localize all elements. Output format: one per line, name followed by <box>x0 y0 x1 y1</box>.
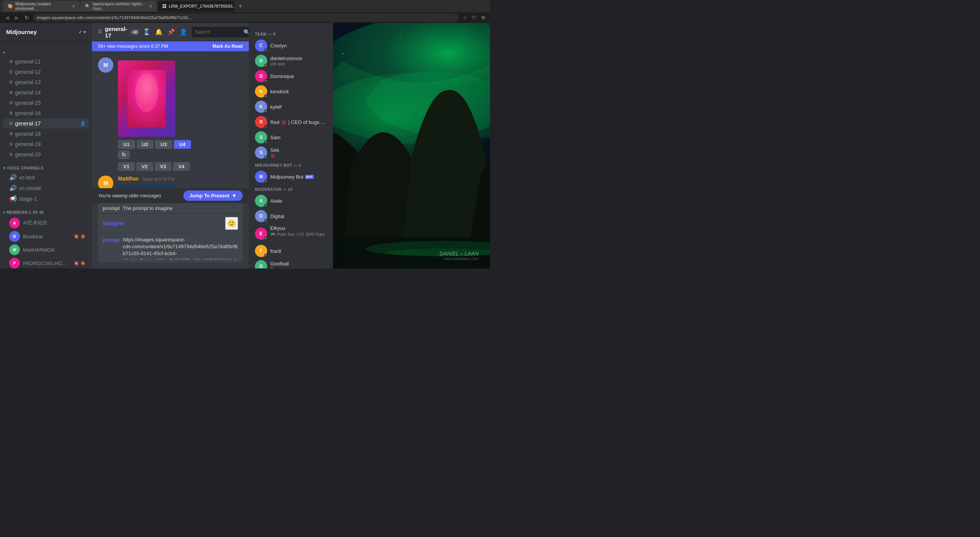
pin-icon[interactable]: 📌 <box>167 28 175 36</box>
v4-button[interactable]: V4 <box>173 162 190 171</box>
refresh-button[interactable]: ↻ <box>23 14 31 21</box>
back-button[interactable]: ◀ <box>3 14 11 21</box>
member-digital[interactable]: D Digital <box>252 208 330 224</box>
member-row-avatar: M <box>255 171 267 183</box>
jump-to-present-button[interactable]: Jump To Present ▼ <box>183 190 243 201</box>
tab-2-close[interactable]: ✕ <box>149 4 152 8</box>
emoji-button[interactable]: 🙂 <box>225 217 238 230</box>
member-ai[interactable]: A AI艺术社区 <box>3 216 89 229</box>
member-elkyuu[interactable]: E Elkyuu 🎮 Hype boy 너만 원해 Hype ... <box>252 224 330 243</box>
channel-general-18[interactable]: ≡ general-18 <box>3 129 89 139</box>
member-kendrick[interactable]: K kendrick <box>252 84 330 99</box>
members-icon[interactable]: 👤 <box>180 28 187 36</box>
channel-general-15[interactable]: ≡ general-15 <box>3 98 89 108</box>
chevron-down-icon: ▼ <box>232 193 237 199</box>
channel-stage-1[interactable]: 📢 stage-1 <box>3 194 89 204</box>
u3-button[interactable]: U3 <box>155 140 172 149</box>
prompt-hint-value: The prompt to imagine <box>123 205 173 211</box>
status-dot <box>264 49 267 52</box>
channel-general-20[interactable]: ≡ general-20 <box>3 150 89 159</box>
member-row-avatar: A <box>255 195 267 207</box>
chat-header: # general-17 48 🧵 🔔 📌 👤 🔍 📥 ❓ <box>92 23 249 41</box>
u2-button[interactable]: U2 <box>137 140 154 149</box>
server-header[interactable]: Midjourney ✓ ▾ <box>0 23 92 41</box>
address-bar[interactable]: images.squarespace-cdn.com/content/v1/5c… <box>33 13 459 22</box>
channel-general-19[interactable]: ≡ general-19 <box>3 139 89 149</box>
channel-general-13[interactable]: ≡ general-13 <box>3 77 89 87</box>
input-area: prompt The prompt to imagine /imagine 🙂 … <box>92 203 249 268</box>
member-sam[interactable]: S Sam <box>252 130 330 145</box>
messages-container: M <box>92 51 249 188</box>
member-bluebeat[interactable]: B Bluebeat 🔇 🔕 <box>3 230 89 243</box>
channel-vc-create[interactable]: 🔊 vc-create <box>3 183 89 193</box>
members-1-category[interactable]: ▾ members-1 0940 <box>0 204 92 216</box>
status-dot <box>264 204 267 207</box>
watermark-sub: www.daniellaan.com <box>439 257 479 261</box>
member-red-ceo[interactable]: R Red 🐞 | CEO of bugs ... <box>252 114 330 130</box>
channel-general-11[interactable]: ≡ general-11 <box>3 57 89 67</box>
generated-image <box>118 60 175 137</box>
selfie-image <box>118 185 175 188</box>
channel-vc-text[interactable]: 🔊 vc-text <box>3 172 89 182</box>
v1-button[interactable]: V1 <box>118 162 135 171</box>
notification-icon[interactable]: 🔔 <box>155 28 163 36</box>
channel-name: general-17 <box>15 120 78 127</box>
u1-button[interactable]: U1 <box>118 140 135 149</box>
status-dot <box>264 254 267 257</box>
member-row-avatar: R <box>255 116 267 128</box>
aurora-image <box>333 23 490 268</box>
v3-button[interactable]: V3 <box>155 162 172 171</box>
member-danielruss[interactable]: D danielrussruss still sick <box>252 53 330 68</box>
member-dominique[interactable]: D Dominique <box>252 68 330 84</box>
member-midjourney-bot[interactable]: M Midjourney Bot BOT <box>252 169 330 184</box>
status-dot <box>264 125 267 128</box>
server-name: Midjourney <box>6 29 37 35</box>
member-row-status: 🎮 Hype boy 너만 원해 Hype ... <box>270 231 327 242</box>
member-fractl[interactable]: F fractl <box>252 243 330 259</box>
channel-general-12[interactable]: ≡ general-12 <box>3 67 89 77</box>
jump-to-present-label: Jump To Present <box>189 193 230 199</box>
prompt-textarea[interactable]: https://images.squarespace-cdn.com/conte… <box>123 236 238 259</box>
member-goofball[interactable]: G Goofball They're made out of meat. <box>252 259 330 268</box>
thread-icon[interactable]: 🧵 <box>143 28 150 36</box>
channel-general-16[interactable]: ≡ general-16 <box>3 108 89 118</box>
members-1-count: 0940 <box>33 210 44 215</box>
input-box: /imagine 🙂 prompt https://images.squares… <box>98 214 243 262</box>
u4-button[interactable]: U4 <box>174 140 191 149</box>
member-seb[interactable]: S Seb 🐞 <box>252 145 330 160</box>
member-cixelyn[interactable]: C Cixelyn <box>252 38 330 53</box>
member-pedrocoelho[interactable]: P PEDROCOELHO... 🔇 🔕 <box>3 257 89 268</box>
new-tab-button[interactable]: + <box>235 1 246 11</box>
input-command-row: /imagine 🙂 <box>98 214 243 233</box>
hash-icon: ≡ <box>9 151 13 158</box>
message-timestamp: Today at 6:38 PM <box>142 177 175 181</box>
voice-channels-category[interactable]: ▾ VOICE CHANNELS <box>0 160 92 172</box>
older-messages-text: You're viewing older messages <box>98 193 161 199</box>
tab-3[interactable]: 🖼 LRM_EXPORT_17643678795693... ✕ <box>158 1 234 11</box>
shield-icon[interactable]: 🛡 <box>470 14 478 21</box>
tab-1-close[interactable]: ✕ <box>72 4 75 8</box>
channel-general-17[interactable]: ≡ general-17 👤 <box>3 119 89 129</box>
member-kylelf[interactable]: K kylelf <box>252 99 330 114</box>
tab-1[interactable]: 🎨 Midjourney creates photoreali... ✕ <box>3 1 80 11</box>
v2-button[interactable]: V2 <box>136 162 153 171</box>
forward-button[interactable]: ▶ <box>13 14 21 21</box>
extensions-icon[interactable]: ⚙ <box>479 14 487 21</box>
input-prompt-label: prompt <box>103 236 120 243</box>
member-row-name: Digital <box>270 213 327 219</box>
status-dot <box>264 156 267 159</box>
search-box[interactable]: 🔍 <box>192 27 253 37</box>
member-mattharmon[interactable]: M MattHARMON <box>3 243 89 256</box>
older-messages-bar: You're viewing older messages Jump To Pr… <box>92 188 249 203</box>
tab-2[interactable]: 🔍 laanscapes northern lights - Goo... ✕ <box>80 1 157 11</box>
mark-as-read-button[interactable]: Mark As Read <box>212 44 243 49</box>
search-input[interactable] <box>195 29 241 35</box>
text-channels-category[interactable]: ▾ <box>0 44 92 56</box>
refresh-button[interactable]: ↻ <box>118 150 130 159</box>
watermark-name: DANIEL ♪ LAAN <box>439 251 479 257</box>
member-aixile[interactable]: A Aixile <box>252 193 330 208</box>
channel-general-14[interactable]: ≡ general-14 <box>3 88 89 98</box>
channel-name: vc-text <box>19 174 86 181</box>
bookmark-icon[interactable]: ☆ <box>461 14 469 21</box>
member-row-avatar: K <box>255 101 267 113</box>
